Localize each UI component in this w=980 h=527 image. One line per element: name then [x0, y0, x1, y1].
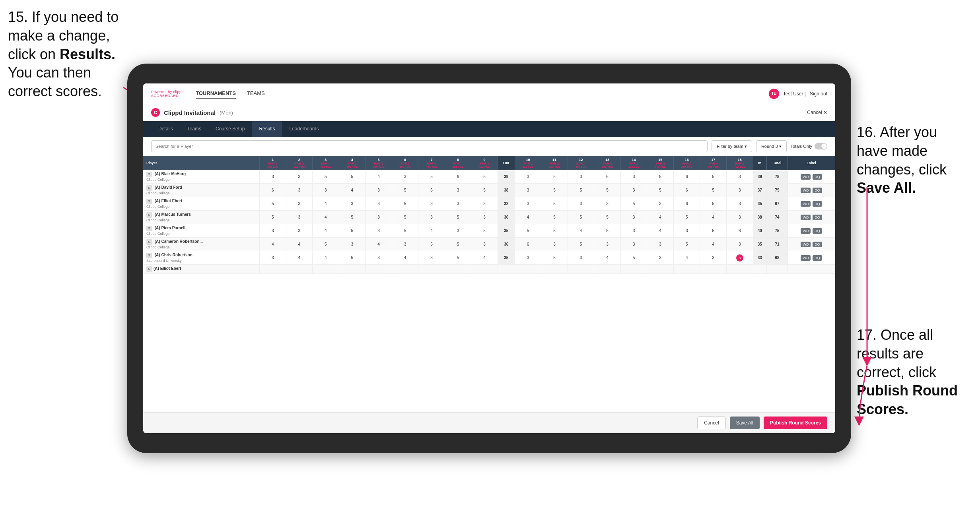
score-cell[interactable]: 3: [471, 238, 498, 251]
score-cell[interactable]: 5: [418, 170, 445, 184]
score-cell[interactable]: 5: [445, 238, 471, 251]
score-cell[interactable]: 4: [286, 238, 313, 251]
score-cell[interactable]: 5: [392, 211, 418, 224]
score-cell[interactable]: 4: [313, 251, 339, 265]
score-cell[interactable]: 5: [568, 184, 594, 197]
score-cell[interactable]: 4: [313, 197, 339, 211]
score-cell[interactable]: 4: [418, 224, 445, 238]
score-cell[interactable]: 6: [418, 184, 445, 197]
score-cell[interactable]: 3: [313, 184, 339, 197]
wd-btn[interactable]: WD: [801, 242, 811, 247]
score-cell[interactable]: 6: [515, 238, 541, 251]
score-cell[interactable]: 3: [515, 251, 541, 265]
score-cell[interactable]: 5: [620, 251, 647, 265]
score-cell[interactable]: 3: [260, 251, 286, 265]
score-cell[interactable]: 3: [260, 170, 286, 184]
dq-btn[interactable]: DQ: [813, 255, 822, 261]
wd-btn[interactable]: WD: [801, 255, 811, 261]
score-cell[interactable]: 3: [647, 238, 674, 251]
score-cell[interactable]: 5: [594, 224, 621, 238]
score-cell[interactable]: 3: [647, 197, 674, 211]
score-cell[interactable]: 3: [260, 224, 286, 238]
score-cell[interactable]: 4: [392, 251, 418, 265]
score-cell[interactable]: 3: [541, 238, 568, 251]
score-cell[interactable]: 3: [366, 197, 392, 211]
cancel-tournament-btn[interactable]: Cancel ✕: [807, 110, 827, 115]
score-cell[interactable]: 3: [366, 184, 392, 197]
score-cell[interactable]: 3: [366, 211, 392, 224]
score-cell[interactable]: 3: [286, 197, 313, 211]
score-cell[interactable]: 3: [515, 184, 541, 197]
score-cell[interactable]: 4: [673, 251, 700, 265]
cancel-footer-btn[interactable]: Cancel: [697, 417, 725, 429]
score-cell[interactable]: 5: [541, 211, 568, 224]
score-cell[interactable]: 3: [339, 238, 366, 251]
score-cell[interactable]: 3: [594, 238, 621, 251]
nav-link-teams[interactable]: TEAMS: [247, 89, 265, 99]
dq-btn[interactable]: DQ: [813, 201, 822, 207]
dq-btn[interactable]: DQ: [813, 188, 822, 193]
score-cell[interactable]: 3: [620, 184, 647, 197]
score-cell[interactable]: 3: [620, 224, 647, 238]
score-cell[interactable]: 3: [515, 170, 541, 184]
score-cell[interactable]: 4: [471, 251, 498, 265]
score-cell[interactable]: 5: [339, 251, 366, 265]
score-cell[interactable]: 5: [515, 224, 541, 238]
score-cell[interactable]: 3: [471, 197, 498, 211]
score-cell[interactable]: 3: [726, 238, 753, 251]
tab-course-setup[interactable]: Course Setup: [208, 121, 252, 137]
score-cell[interactable]: 5: [541, 224, 568, 238]
score-cell[interactable]: 4: [700, 211, 727, 224]
totals-only-toggle[interactable]: Totals Only: [791, 143, 827, 149]
score-cell[interactable]: 3: [392, 170, 418, 184]
score-cell[interactable]: 3: [515, 197, 541, 211]
score-cell[interactable]: 4: [339, 184, 366, 197]
score-cell[interactable]: 4: [313, 224, 339, 238]
score-cell[interactable]: 3: [620, 238, 647, 251]
scores-table-container[interactable]: Player 1 PAR 4 370 YDS 2PAR 5511 YDS 3PA…: [143, 156, 835, 412]
score-cell[interactable]: 3: [673, 224, 700, 238]
score-cell[interactable]: 4: [568, 224, 594, 238]
score-cell[interactable]: 3: [726, 170, 753, 184]
score-cell[interactable]: 5: [594, 211, 621, 224]
score-cell[interactable]: 5: [260, 211, 286, 224]
score-cell[interactable]: 3: [286, 211, 313, 224]
score-cell[interactable]: 5: [700, 184, 727, 197]
dq-btn[interactable]: DQ: [813, 228, 822, 234]
score-cell[interactable]: 3: [726, 211, 753, 224]
score-cell[interactable]: 3: [445, 197, 471, 211]
publish-round-scores-btn[interactable]: Publish Round Scores: [764, 417, 827, 429]
save-all-btn[interactable]: Save All: [730, 417, 760, 429]
dq-btn[interactable]: DQ: [813, 215, 822, 220]
score-cell[interactable]: 5: [471, 224, 498, 238]
score-cell[interactable]: 6: [726, 224, 753, 238]
tab-leaderboards[interactable]: Leaderboards: [282, 121, 326, 137]
score-cell[interactable]: 5: [313, 170, 339, 184]
score-cell[interactable]: 5: [418, 238, 445, 251]
score-cell[interactable]: 6: [445, 170, 471, 184]
score-cell[interactable]: 5: [673, 211, 700, 224]
score-cell[interactable]: 5: [339, 224, 366, 238]
score-cell[interactable]: 3: [568, 251, 594, 265]
score-cell[interactable]: 5: [313, 238, 339, 251]
tab-details[interactable]: Details: [151, 121, 180, 137]
score-cell[interactable]: 4: [260, 238, 286, 251]
score-cell[interactable]: 3: [418, 197, 445, 211]
tab-results[interactable]: Results: [252, 121, 282, 137]
wd-btn[interactable]: WD: [801, 174, 811, 180]
score-cell[interactable]: 5: [541, 184, 568, 197]
score-cell[interactable]: 5: [392, 184, 418, 197]
score-cell[interactable]: 5: [339, 211, 366, 224]
score-cell[interactable]: 3: [726, 197, 753, 211]
score-cell[interactable]: 6: [594, 170, 621, 184]
score-cell[interactable]: 6: [673, 197, 700, 211]
toggle-track[interactable]: [815, 143, 827, 149]
score-cell[interactable]: 6: [673, 184, 700, 197]
score-cell[interactable]: 3: [392, 238, 418, 251]
score-cell[interactable]: 5: [392, 224, 418, 238]
score-cell[interactable]: 3: [366, 251, 392, 265]
score-cell[interactable]: 3: [286, 224, 313, 238]
score-cell[interactable]: 5: [471, 184, 498, 197]
score-cell[interactable]: 3: [445, 224, 471, 238]
tab-teams[interactable]: Teams: [180, 121, 208, 137]
